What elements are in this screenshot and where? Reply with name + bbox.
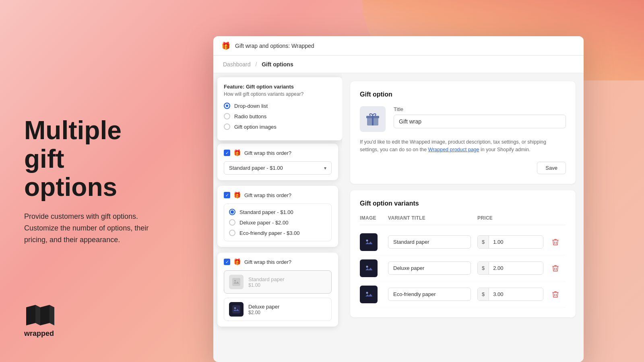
trash-icon-3 bbox=[552, 291, 559, 298]
card-emoji-3: 🎁 bbox=[233, 258, 241, 265]
card-header-2: ✓ 🎁 Gift wrap this order? bbox=[224, 191, 332, 199]
checkout-card-dropdown: ✓ 🎁 Gift wrap this order? Standard paper… bbox=[217, 144, 338, 180]
card-header-3: ✓ 🎁 Gift wrap this order? bbox=[224, 258, 332, 265]
tooltip-option-dropdown[interactable]: Drop-down list bbox=[224, 103, 336, 109]
variants-title: Gift option variants bbox=[360, 200, 566, 207]
radio-item-label-1: Standard paper - $1.00 bbox=[239, 209, 293, 215]
radio-images-label: Gift option images bbox=[234, 124, 277, 130]
svg-point-10 bbox=[366, 265, 368, 267]
svg-rect-9 bbox=[364, 263, 374, 273]
radio-item-eco[interactable]: Eco-friendly paper - $3.00 bbox=[229, 230, 326, 236]
card-radio-list: Standard paper - $1.00 Deluxe paper - $2… bbox=[224, 204, 332, 241]
image-box-2 bbox=[229, 302, 244, 317]
variant-title-input-2[interactable] bbox=[388, 261, 471, 275]
image-box-1 bbox=[229, 275, 244, 289]
radio-sm-1 bbox=[229, 209, 235, 215]
gift-option-title: Gift option bbox=[360, 91, 566, 98]
variant-img-icon-1 bbox=[364, 237, 374, 247]
gift-option-content: Title bbox=[360, 106, 566, 132]
delete-variant-1[interactable] bbox=[550, 237, 561, 248]
variant-title-input-1[interactable] bbox=[388, 235, 471, 249]
gift-thumbnail bbox=[360, 106, 386, 132]
price-prefix-1: $ bbox=[478, 236, 489, 248]
tooltip-title: Feature: Gift option variants bbox=[224, 84, 336, 90]
variant-img-1[interactable] bbox=[360, 233, 378, 251]
checkout-cards: ✓ 🎁 Gift wrap this order? Standard paper… bbox=[213, 144, 342, 327]
radio-item-label-3: Eco-friendly paper - $3.00 bbox=[239, 230, 300, 236]
col-header-title: Variant title bbox=[388, 215, 477, 221]
price-value-1[interactable] bbox=[489, 236, 543, 248]
image-info-1: Standard paper $1.00 bbox=[248, 276, 285, 288]
image-info-2: Deluxe paper $2.00 bbox=[248, 304, 279, 315]
svg-point-12 bbox=[366, 292, 368, 294]
card-checkbox-1[interactable]: ✓ bbox=[224, 150, 230, 156]
gift-option-footer: Save bbox=[360, 162, 566, 174]
card-emoji-1: 🎁 bbox=[233, 149, 241, 156]
trash-icon-2 bbox=[552, 265, 559, 272]
logo-icon bbox=[24, 304, 56, 326]
logo-text: wrapped bbox=[24, 329, 54, 338]
price-value-3[interactable] bbox=[489, 288, 543, 300]
price-input-1: $ bbox=[477, 235, 543, 249]
card-checkbox-3[interactable]: ✓ bbox=[224, 259, 230, 265]
left-panel: Multiple gift options Provide customers … bbox=[0, 0, 185, 362]
form-title-label: Title bbox=[394, 106, 566, 112]
svg-point-3 bbox=[234, 307, 236, 309]
variant-img-2[interactable] bbox=[360, 259, 378, 277]
radio-dropdown-indicator bbox=[224, 103, 230, 109]
tooltip-option-radio[interactable]: Radio buttons bbox=[224, 113, 336, 119]
variant-row-3: $ bbox=[360, 282, 566, 308]
variants-table: Image Variant title Price bbox=[360, 215, 566, 308]
radio-item-label-2: Deluxe paper - $2.00 bbox=[239, 220, 288, 226]
price-value-2[interactable] bbox=[489, 262, 543, 274]
radio-radio-indicator bbox=[224, 113, 230, 119]
card-title-2: Gift wrap this order? bbox=[244, 192, 291, 198]
breadcrumb-parent[interactable]: Dashboard bbox=[223, 61, 251, 68]
radio-sm-2 bbox=[229, 219, 235, 226]
hero-description: Provide customers with gift options. Cus… bbox=[24, 211, 161, 245]
variants-card: Gift option variants Image Variant title… bbox=[350, 190, 576, 317]
dropdown-value: Standard paper - $1.00 bbox=[229, 165, 283, 171]
radio-item-deluxe[interactable]: Deluxe paper - $2.00 bbox=[229, 219, 326, 226]
radio-item-standard[interactable]: Standard paper - $1.00 bbox=[229, 209, 326, 215]
save-button[interactable]: Save bbox=[537, 162, 566, 174]
breadcrumb-current: Gift options bbox=[262, 61, 293, 68]
delete-variant-2[interactable] bbox=[550, 263, 561, 274]
app-titlebar: 🎁 Gift wrap and options: Wrapped bbox=[213, 36, 584, 56]
gift-thumb-icon bbox=[365, 111, 381, 127]
gift-title-input[interactable] bbox=[394, 115, 566, 128]
right-panel: Gift option Title bbox=[342, 73, 584, 362]
svg-point-1 bbox=[234, 280, 236, 282]
logo-area: wrapped bbox=[24, 304, 56, 338]
checkout-card-images: ✓ 🎁 Gift wrap this order? Standard paper… bbox=[217, 253, 338, 327]
gift-form: Title bbox=[394, 106, 566, 128]
gift-info-text: If you'd like to edit the Wrapped image,… bbox=[360, 138, 566, 154]
card-emoji-2: 🎁 bbox=[233, 191, 241, 199]
variant-title-wrap-3 bbox=[388, 288, 477, 301]
image-name-2: Deluxe paper bbox=[248, 304, 279, 310]
svg-rect-7 bbox=[364, 237, 374, 247]
variant-img-icon-3 bbox=[364, 290, 374, 299]
variant-title-input-3[interactable] bbox=[388, 288, 471, 301]
image-price-2: $2.00 bbox=[248, 310, 279, 315]
trash-icon-1 bbox=[552, 239, 559, 246]
image-item-deluxe[interactable]: Deluxe paper $2.00 bbox=[224, 298, 332, 321]
variant-title-wrap-2 bbox=[388, 261, 477, 275]
delete-variant-3[interactable] bbox=[550, 289, 561, 300]
card-title-3: Gift wrap this order? bbox=[244, 259, 291, 265]
variant-price-wrap-3: $ bbox=[477, 288, 550, 301]
wrapped-product-link[interactable]: Wrapped product page bbox=[428, 147, 479, 152]
variant-img-3[interactable] bbox=[360, 286, 378, 303]
image-item-standard[interactable]: Standard paper $1.00 bbox=[224, 270, 332, 294]
card-checkbox-2[interactable]: ✓ bbox=[224, 192, 230, 198]
variant-img-icon-2 bbox=[364, 263, 374, 273]
hero-heading: Multiple gift options bbox=[24, 116, 161, 201]
card-image-list: Standard paper $1.00 Deluxe paper $2.00 bbox=[224, 270, 332, 321]
variant-row-1: $ bbox=[360, 229, 566, 255]
tooltip-option-images[interactable]: Gift option images bbox=[224, 123, 336, 130]
card-dropdown-select[interactable]: Standard paper - $1.00 ▾ bbox=[224, 161, 332, 175]
svg-rect-2 bbox=[232, 305, 240, 313]
svg-point-8 bbox=[366, 239, 368, 241]
radio-sm-3 bbox=[229, 230, 235, 236]
variants-header: Image Variant title Price bbox=[360, 215, 566, 225]
